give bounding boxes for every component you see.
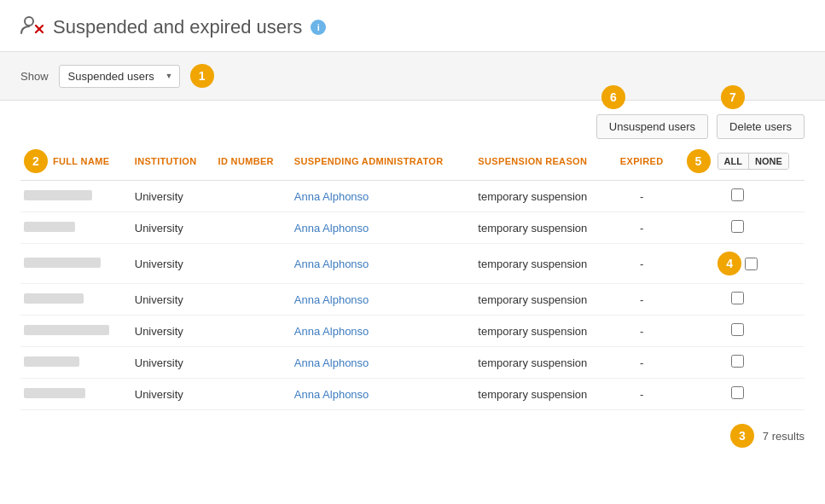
col-fullname-header: 2 FULL NAME (20, 142, 131, 181)
cell-expired: - (613, 347, 674, 379)
cell-reason: temporary suspension (474, 316, 613, 347)
callout-7: 7 (721, 85, 745, 109)
cell-idnumber (215, 316, 291, 347)
cell-admin[interactable]: Anna Alphonso (291, 379, 475, 410)
all-toggle-btn[interactable]: ALL (718, 154, 748, 169)
info-icon[interactable]: i (311, 20, 326, 35)
cell-idnumber (215, 212, 291, 244)
cell-admin[interactable]: Anna Alphonso (291, 316, 475, 347)
table-row: UniversityAnna Alphonsotemporary suspens… (20, 244, 805, 284)
all-none-toggle[interactable]: ALL NONE (718, 153, 789, 170)
table-row: UniversityAnna Alphonsotemporary suspens… (20, 212, 805, 244)
callout-3: 3 (730, 424, 754, 448)
col-checkbox-header[interactable]: 5 ALL NONE (674, 142, 805, 181)
col-admin-header: SUSPENDING ADMINISTRATOR (291, 142, 475, 181)
cell-admin[interactable]: Anna Alphonso (291, 212, 475, 244)
cell-admin[interactable]: Anna Alphonso (291, 347, 475, 379)
none-toggle-btn[interactable]: NONE (748, 154, 788, 169)
row-checkbox[interactable] (731, 220, 744, 233)
cell-reason: temporary suspension (474, 379, 613, 410)
table-row: UniversityAnna Alphonsotemporary suspens… (20, 379, 805, 410)
main-content: 6 7 Unsuspend users Delete users 2 FULL … (0, 101, 825, 468)
cell-checkbox[interactable] (674, 181, 805, 212)
row-checkbox[interactable] (731, 323, 744, 336)
cell-fullname[interactable] (20, 284, 131, 316)
col-idnumber-header: ID NUMBER (215, 142, 291, 181)
cell-admin[interactable]: Anna Alphonso (291, 181, 475, 212)
cell-idnumber (215, 284, 291, 316)
cell-reason: temporary suspension (474, 284, 613, 316)
table-row: UniversityAnna Alphonsotemporary suspens… (20, 181, 805, 212)
col-institution-header: INSTITUTION (131, 142, 215, 181)
cell-institution: University (131, 181, 215, 212)
results-count: 7 results (763, 430, 805, 443)
cell-checkbox[interactable] (674, 212, 805, 244)
col-reason-header: SUSPENSION REASON (474, 142, 613, 181)
page-header: Suspended and expired users i (0, 0, 825, 52)
delete-users-button[interactable]: Delete users (717, 114, 805, 139)
row-checkbox[interactable] (731, 188, 744, 201)
table-row: UniversityAnna Alphonsotemporary suspens… (20, 316, 805, 347)
svg-point-0 (25, 17, 33, 26)
cell-admin[interactable]: Anna Alphonso (291, 284, 475, 316)
cell-expired: - (613, 284, 674, 316)
cell-institution: University (131, 244, 215, 284)
callout-6: 6 (601, 85, 625, 109)
cell-reason: temporary suspension (474, 181, 613, 212)
cell-expired: - (613, 379, 674, 410)
cell-expired: - (613, 212, 674, 244)
row-checkbox[interactable] (731, 386, 744, 399)
show-select[interactable]: Suspended usersExpired usersAll (59, 65, 180, 88)
cell-institution: University (131, 316, 215, 347)
cell-idnumber (215, 347, 291, 379)
results-row: 3 7 results (20, 424, 805, 448)
users-suspended-icon (20, 15, 44, 39)
row-checkbox[interactable] (731, 355, 744, 368)
table-header-row: 2 FULL NAME INSTITUTION ID NUMBER SUSPEN… (20, 142, 805, 181)
callout-2: 2 (24, 149, 48, 173)
unsuspend-users-button[interactable]: Unsuspend users (596, 114, 708, 139)
cell-fullname[interactable] (20, 181, 131, 212)
cell-reason: temporary suspension (474, 347, 613, 379)
row-checkbox[interactable] (731, 292, 744, 304)
cell-checkbox[interactable] (674, 316, 805, 347)
cell-institution: University (131, 212, 215, 244)
cell-expired: - (613, 316, 674, 347)
table-row: UniversityAnna Alphonsotemporary suspens… (20, 347, 805, 379)
cell-fullname[interactable] (20, 379, 131, 410)
cell-reason: temporary suspension (474, 212, 613, 244)
user-table: 2 FULL NAME INSTITUTION ID NUMBER SUSPEN… (20, 142, 805, 410)
cell-checkbox[interactable] (674, 284, 805, 316)
callout-5: 5 (687, 149, 711, 173)
cell-institution: University (131, 347, 215, 379)
table-body: UniversityAnna Alphonsotemporary suspens… (20, 181, 805, 410)
filter-bar: Show Suspended usersExpired usersAll 1 (0, 52, 825, 101)
cell-fullname[interactable] (20, 316, 131, 347)
cell-checkbox[interactable] (674, 347, 805, 379)
cell-institution: University (131, 284, 215, 316)
row-checkbox[interactable] (745, 258, 758, 270)
cell-fullname[interactable] (20, 347, 131, 379)
cell-fullname[interactable] (20, 244, 131, 284)
callout-4: 4 (718, 252, 741, 275)
cell-fullname[interactable] (20, 212, 131, 244)
show-select-wrapper[interactable]: Suspended usersExpired usersAll (59, 65, 180, 88)
cell-expired: - (613, 244, 674, 284)
callout-1: 1 (190, 64, 214, 88)
cell-admin[interactable]: Anna Alphonso (291, 244, 475, 284)
table-row: UniversityAnna Alphonsotemporary suspens… (20, 284, 805, 316)
cell-institution: University (131, 379, 215, 410)
cell-checkbox[interactable] (674, 379, 805, 410)
cell-idnumber (215, 379, 291, 410)
cell-expired: - (613, 181, 674, 212)
page-title: Suspended and expired users (53, 16, 302, 38)
cell-idnumber (215, 181, 291, 212)
show-label: Show (20, 70, 49, 83)
cell-idnumber (215, 244, 291, 284)
cell-checkbox[interactable]: 4 (674, 244, 805, 284)
cell-reason: temporary suspension (474, 244, 613, 284)
col-expired-header: EXPIRED (613, 142, 674, 181)
